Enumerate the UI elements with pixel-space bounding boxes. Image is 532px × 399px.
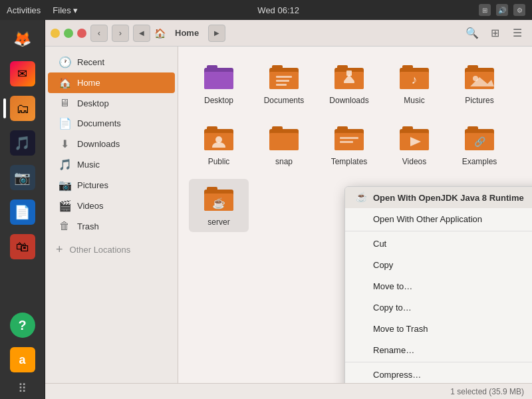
content-area: Desktop — [178, 47, 532, 383]
svg-rect-38 — [402, 126, 413, 132]
context-menu: ☕ Open With OpenJDK Java 8 Runtime Retur… — [344, 186, 532, 383]
folder-item-documents[interactable]: Documents — [254, 57, 314, 110]
recent-icon: 🕐 — [59, 56, 70, 68]
folder-item-templates[interactable]: Templates — [319, 118, 379, 172]
topbar: Activities Files ▾ Wed 06:12 ⊞ 🔊 ⚙ — [0, 0, 532, 20]
pictures-folder-label: Pictures — [465, 96, 493, 106]
close-button[interactable] — [77, 29, 86, 38]
launcher-apps-dots[interactable]: ⠿ — [18, 381, 27, 396]
folder-item-music[interactable]: ♪ Music — [384, 57, 444, 110]
ctx-move-to[interactable]: Move to… — [345, 275, 532, 297]
sidebar-item-trash[interactable]: 🗑 Trash — [48, 216, 175, 236]
folder-item-desktop[interactable]: Desktop — [189, 57, 249, 110]
forward-button[interactable]: › — [112, 25, 129, 42]
statusbar-text: 1 selected (35.9 MB) — [450, 387, 524, 396]
folder-item-snap[interactable]: snap — [254, 118, 314, 172]
files-titlebar: ‹ › ◀ 🏠 Home ▶ 🔍 ⊞ ☰ — [45, 20, 532, 47]
launcher-item-music[interactable]: 🎵 — [7, 127, 39, 159]
back-button[interactable]: ‹ — [90, 25, 108, 42]
copy-icon — [356, 259, 368, 271]
launcher-item-software[interactable]: 🛍 — [7, 231, 39, 263]
templates-folder-label: Templates — [331, 157, 368, 168]
ctx-rename-label: Rename… — [373, 345, 414, 355]
music-icon: 🎵 — [59, 158, 70, 171]
downloads-icon: ⬇ — [59, 138, 70, 150]
folder-item-examples[interactable]: 🔗 Examples — [450, 118, 509, 172]
music-folder-icon: ♪ — [398, 61, 430, 93]
add-icon: + — [56, 243, 63, 257]
sidebar-item-desktop[interactable]: 🖥 Desktop — [48, 93, 175, 113]
power-icon[interactable]: ⚙ — [513, 4, 525, 16]
launcher: 🦊 ✉ 🗂 🎵 📷 📄 🛍 ? a ⠿ — [0, 20, 45, 399]
public-folder-label: Public — [208, 157, 230, 168]
sidebar-item-recent[interactable]: 🕐 Recent — [48, 52, 175, 72]
ctx-open-other[interactable]: Open With Other Application — [345, 208, 532, 229]
svg-text:♪: ♪ — [412, 73, 418, 86]
ctx-copy[interactable]: Copy Ctrl+C — [345, 254, 532, 275]
ctx-open-other-label: Open With Other Application — [373, 214, 482, 224]
home-icon: 🏠 — [59, 76, 70, 89]
statusbar: 1 selected (35.9 MB) — [45, 383, 532, 399]
topbar-right: ⊞ 🔊 ⚙ — [479, 4, 525, 16]
network-icon[interactable]: ⊞ — [479, 4, 491, 16]
folder-item-downloads[interactable]: Downloads — [319, 57, 379, 110]
sidebar-item-videos-label: Videos — [77, 201, 104, 211]
activities-label[interactable]: Activities — [7, 5, 41, 15]
videos-folder-label: Videos — [402, 157, 426, 168]
launcher-item-writer[interactable]: 📄 — [7, 196, 39, 228]
sidebar-item-documents[interactable]: 📄 Documents — [48, 113, 175, 134]
templates-folder-icon — [333, 122, 365, 154]
snap-folder-icon — [268, 122, 300, 154]
ctx-copy-to[interactable]: Copy to… — [345, 297, 532, 318]
ctx-cut[interactable]: Cut Ctrl+X — [345, 233, 532, 254]
ctx-move-trash[interactable]: Move to Trash Delete — [345, 318, 532, 339]
maximize-button[interactable] — [64, 29, 73, 38]
launcher-item-firefox[interactable]: 🦊 — [7, 23, 39, 55]
files-body: 🕐 Recent 🏠 Home 🖥 Desktop 📄 Documents — [45, 47, 532, 383]
files-window: ‹ › ◀ 🏠 Home ▶ 🔍 ⊞ ☰ 🕐 Recent — [45, 20, 532, 399]
path-next-button[interactable]: ▶ — [208, 25, 225, 42]
public-folder-icon — [203, 122, 235, 154]
other-locations-label: Other Locations — [70, 245, 131, 255]
launcher-item-help[interactable]: ? — [7, 309, 39, 341]
svg-rect-7 — [276, 80, 289, 82]
svg-rect-6 — [276, 76, 292, 78]
volume-icon[interactable]: 🔊 — [496, 4, 508, 16]
launcher-item-files[interactable]: 🗂 — [7, 92, 39, 124]
ctx-rename[interactable]: Rename… F2 — [345, 339, 532, 360]
desktop-icon: 🖥 — [59, 97, 70, 109]
folder-item-public[interactable]: Public — [189, 118, 249, 172]
folder-item-videos[interactable]: Videos — [384, 118, 444, 172]
sidebar-item-pictures[interactable]: 📷 Pictures — [48, 175, 175, 196]
server-folder-icon: ☕ — [203, 183, 235, 215]
ctx-copy-label: Copy — [373, 260, 393, 270]
downloads-folder-label: Downloads — [329, 96, 368, 106]
svg-rect-11 — [337, 65, 348, 70]
search-button[interactable]: 🔍 — [463, 24, 481, 43]
svg-text:🔗: 🔗 — [474, 136, 486, 148]
launcher-item-email[interactable]: ✉ — [7, 58, 39, 90]
folder-item-server[interactable]: ☕ server — [189, 179, 249, 232]
desktop-folder-icon — [203, 61, 235, 93]
menu-button[interactable]: ☰ — [508, 24, 527, 43]
sidebar-item-desktop-label: Desktop — [77, 98, 109, 108]
server-folder-label: server — [207, 217, 229, 228]
minimize-button[interactable] — [51, 29, 60, 38]
ctx-open-java[interactable]: ☕ Open With OpenJDK Java 8 Runtime Retur… — [345, 187, 532, 208]
ctx-compress[interactable]: Compress… — [345, 364, 532, 383]
folder-item-pictures[interactable]: Pictures — [450, 57, 509, 110]
sidebar-item-downloads-label: Downloads — [77, 139, 120, 149]
sidebar-item-home[interactable]: 🏠 Home — [48, 72, 175, 93]
view-toggle-button[interactable]: ⊞ — [485, 24, 504, 43]
sidebar: 🕐 Recent 🏠 Home 🖥 Desktop 📄 Documents — [45, 47, 178, 383]
launcher-item-camera[interactable]: 📷 — [7, 162, 39, 194]
launcher-item-amazon[interactable]: a — [7, 344, 39, 376]
sidebar-item-downloads[interactable]: ⬇ Downloads — [48, 134, 175, 154]
sidebar-item-videos[interactable]: 🎬 Videos — [48, 196, 175, 216]
sidebar-add-other[interactable]: + Other Locations — [45, 239, 178, 261]
move-to-icon — [356, 280, 368, 292]
files-menu-label[interactable]: Files ▾ — [53, 5, 78, 15]
up-button[interactable]: ◀ — [133, 25, 150, 42]
videos-folder-icon — [398, 122, 430, 154]
sidebar-item-music[interactable]: 🎵 Music — [48, 154, 175, 175]
